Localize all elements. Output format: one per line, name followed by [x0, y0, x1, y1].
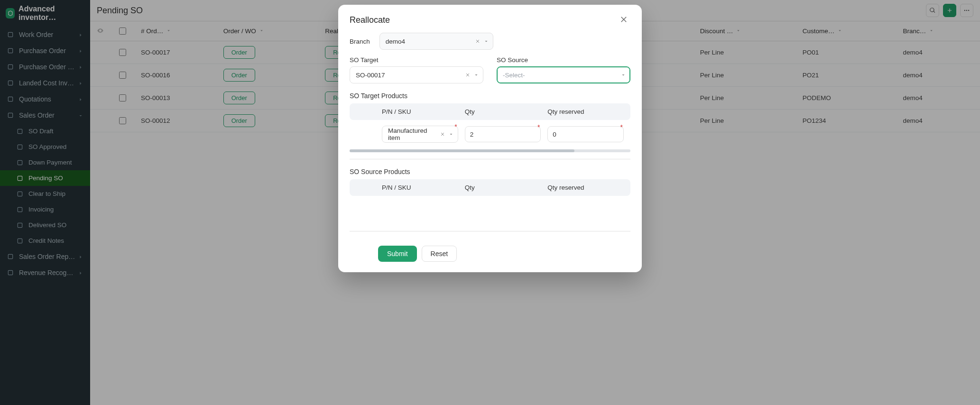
branch-value: demo4	[386, 38, 472, 45]
qty-input[interactable]	[465, 126, 541, 142]
clear-icon[interactable]	[440, 131, 445, 137]
branch-field: Branch demo4	[350, 33, 630, 50]
branch-label: Branch	[350, 38, 370, 45]
branch-select[interactable]: demo4	[379, 33, 493, 50]
modal-footer: Submit Reset	[338, 238, 642, 272]
qty-reserved-input[interactable]	[547, 126, 624, 142]
col-qty: Qty	[465, 108, 541, 115]
col-reserved: Qty reserved	[547, 108, 624, 115]
col-pn: P/N / SKU	[382, 108, 458, 115]
so-target-label: SO Target	[350, 56, 483, 64]
modal-overlay[interactable]: Reallocate Branch demo4 SO Target	[0, 0, 980, 405]
so-target-field: SO Target SO-00017	[350, 56, 483, 83]
modal-header: Reallocate	[338, 5, 642, 31]
col-reserved: Qty reserved	[547, 184, 624, 191]
source-products-header: P/N / SKU Qty Qty reserved	[350, 179, 630, 196]
clear-icon[interactable]	[465, 72, 471, 78]
target-products-title: SO Target Products	[350, 92, 630, 100]
modal-body: Branch demo4 SO Target SO-00017	[338, 31, 642, 238]
product-value: Manufactured item	[388, 127, 437, 141]
so-target-select[interactable]: SO-00017	[350, 66, 483, 83]
so-source-select[interactable]: -Select-	[497, 66, 630, 83]
required-icon: *	[620, 123, 623, 131]
source-products-title: SO Source Products	[350, 168, 630, 175]
required-icon: *	[537, 123, 540, 131]
chevron-down-icon	[448, 131, 454, 137]
so-source-label: SO Source	[497, 56, 630, 64]
chevron-down-icon	[620, 72, 626, 78]
product-select[interactable]: Manufactured item	[382, 126, 458, 143]
col-qty: Qty	[465, 184, 541, 191]
so-source-placeholder: -Select-	[503, 72, 618, 79]
required-icon: *	[454, 123, 457, 130]
divider	[350, 159, 630, 159]
so-source-field: SO Source -Select-	[497, 56, 630, 83]
so-target-value: SO-00017	[356, 72, 462, 79]
clear-icon[interactable]	[475, 38, 481, 44]
reallocate-modal: Reallocate Branch demo4 SO Target	[338, 5, 642, 272]
reset-button[interactable]: Reset	[422, 246, 457, 262]
divider	[350, 231, 630, 231]
close-button[interactable]	[618, 13, 630, 27]
scrollbar-thumb[interactable]	[350, 149, 574, 152]
modal-title: Reallocate	[350, 15, 390, 25]
horizontal-scrollbar[interactable]	[350, 149, 630, 152]
submit-button[interactable]: Submit	[378, 246, 417, 262]
chevron-down-icon	[473, 72, 479, 78]
col-pn: P/N / SKU	[382, 184, 458, 191]
target-products-header: P/N / SKU Qty Qty reserved	[350, 103, 630, 120]
target-product-row: * Manufactured item * *	[350, 120, 630, 146]
close-icon	[620, 15, 629, 24]
chevron-down-icon	[483, 38, 489, 44]
